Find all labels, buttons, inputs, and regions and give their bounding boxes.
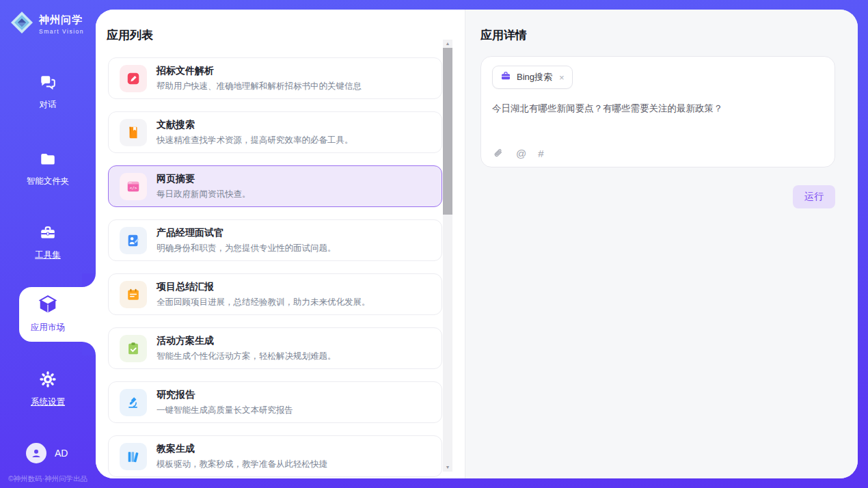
run-button[interactable]: 运行 [793,185,835,208]
app-card-title: 网页摘要 [157,173,251,185]
bid-edit-icon [120,65,147,92]
app-card[interactable]: </>网页摘要每日政府新闻资讯快查。 [108,165,442,207]
run-row: 运行 [793,185,835,208]
app-card[interactable]: 项目总结汇报全面回顾项目进展，总结经验教训，助力未来优化发展。 [108,273,442,315]
app-detail-panel: 应用详情 Bing搜索 × 今日湖北有哪些新闻要点？有哪些需要关注的最新政策？ … [465,10,858,478]
avatar[interactable] [26,443,46,463]
sidebar-item-settings[interactable]: 系统设置 [0,370,96,408]
brand-diamond-icon [10,10,34,38]
app-card[interactable]: 招标文件解析帮助用户快速、准确地理解和解析招标书中的关键信息 [108,57,442,99]
app-list-panel: 应用列表 招标文件解析帮助用户快速、准确地理解和解析招标书中的关键信息文献搜索快… [96,10,465,478]
app-card-title: 活动方案生成 [157,335,336,347]
sidebar-footer: ©神州数码·神州问学出品 [0,474,96,484]
tool-chip-bing-search[interactable]: Bing搜索 × [492,66,573,89]
app-card-title: 文献搜索 [157,119,353,131]
brand-subtitle: Smart Vision [39,28,84,35]
app-card-desc: 每日政府新闻资讯快查。 [157,189,251,200]
brand-logo: 神州问学 Smart Vision [10,10,84,38]
app-card-title: 教案生成 [157,443,327,455]
app-card[interactable]: 研究报告一键智能生成高质量长文本研究报告 [108,381,442,423]
sidebar-item-label: 智能文件夹 [27,176,70,187]
query-input-card[interactable]: Bing搜索 × 今日湖北有哪些新闻要点？有哪些需要关注的最新政策？ @# [480,56,835,167]
app-card-desc: 帮助用户快速、准确地理解和解析招标书中的关键信息 [157,81,362,92]
sidebar-item-label: 工具集 [35,249,61,261]
app-list-scrollbar[interactable]: ▲ ▼ [443,40,452,472]
user-icon [30,447,42,459]
sidebar-item-chat[interactable]: 对话 [0,74,96,111]
plan-clipboard-icon [120,335,147,362]
main-frame: 应用列表 招标文件解析帮助用户快速、准确地理解和解析招标书中的关键信息文献搜索快… [96,10,858,478]
user-initials: AD [55,448,68,459]
app-card-desc: 一键智能生成高质量长文本研究报告 [157,405,293,416]
app-card-desc: 明确身份和职责，为您提供专业性的面试问题。 [157,243,336,254]
app-list-title: 应用列表 [107,27,153,43]
app-card-title: 招标文件解析 [157,65,362,77]
app-card[interactable]: 活动方案生成智能生成个性化活动方案，轻松解决规划难题。 [108,327,442,369]
scrollbar-thumb[interactable] [443,48,452,215]
briefcase-icon [500,70,511,84]
app-card[interactable]: 产品经理面试官明确身份和职责，为您提供专业性的面试问题。 [108,219,442,261]
lesson-books-icon [120,443,147,470]
sidebar-item-label: 应用市场 [31,322,65,334]
gear-icon [38,370,57,392]
chat-icon [39,74,57,94]
svg-text:</>: </> [130,185,137,190]
app-card-title: 研究报告 [157,389,293,401]
mention-icon[interactable]: @ [516,148,526,159]
report-calendar-icon [120,281,147,308]
tool-chip-label: Bing搜索 [517,71,552,83]
app-card[interactable]: 文献搜索快速精准查找学术资源，提高研究效率的必备工具。 [108,111,442,153]
app-card-desc: 快速精准查找学术资源，提高研究效率的必备工具。 [157,135,353,146]
sidebar-item-label: 系统设置 [31,396,65,408]
interview-icon [120,227,147,254]
research-icon [120,389,147,416]
brand-name: 神州问学 [39,14,84,27]
app-card-desc: 智能生成个性化活动方案，轻松解决规划难题。 [157,351,336,362]
scrollbar-down-icon[interactable]: ▼ [443,463,452,472]
folder-icon [39,150,57,171]
app-detail-title: 应用详情 [480,27,527,43]
attachment-icon[interactable] [493,148,504,159]
sidebar-item-tools[interactable]: 工具集 [0,224,96,261]
query-text[interactable]: 今日湖北有哪些新闻要点？有哪些需要关注的最新政策？ [492,102,824,116]
sidebar-item-folders[interactable]: 智能文件夹 [0,150,96,187]
sidebar-item-market[interactable]: 应用市场 [0,294,96,334]
cube-icon [38,294,58,317]
user-row[interactable]: AD [26,443,68,463]
scrollbar-up-icon[interactable]: ▲ [443,40,452,48]
input-toolbar: @# [493,148,544,159]
sidebar: 神州问学 Smart Vision 对话智能文件夹工具集应用市场系统设置 AD … [0,0,96,488]
app-card-title: 产品经理面试官 [157,227,336,239]
app-card-title: 项目总结汇报 [157,281,370,293]
hash-icon[interactable]: # [538,148,543,159]
literature-book-icon [120,119,147,146]
app-card-list: 招标文件解析帮助用户快速、准确地理解和解析招标书中的关键信息文献搜索快速精准查找… [108,57,442,478]
blob-corner-bottom [82,342,96,355]
toolbox-icon [39,224,57,245]
chip-close-icon[interactable]: × [559,72,565,83]
app-card-desc: 全面回顾项目进展，总结经验教训，助力未来优化发展。 [157,297,370,308]
webpage-icon: </> [120,173,147,200]
app-card-desc: 模板驱动，教案秒成，教学准备从此轻松快捷 [157,459,327,470]
sidebar-item-label: 对话 [40,99,57,111]
app-card[interactable]: 教案生成模板驱动，教案秒成，教学准备从此轻松快捷 [108,435,442,477]
blob-corner-top [82,273,96,287]
